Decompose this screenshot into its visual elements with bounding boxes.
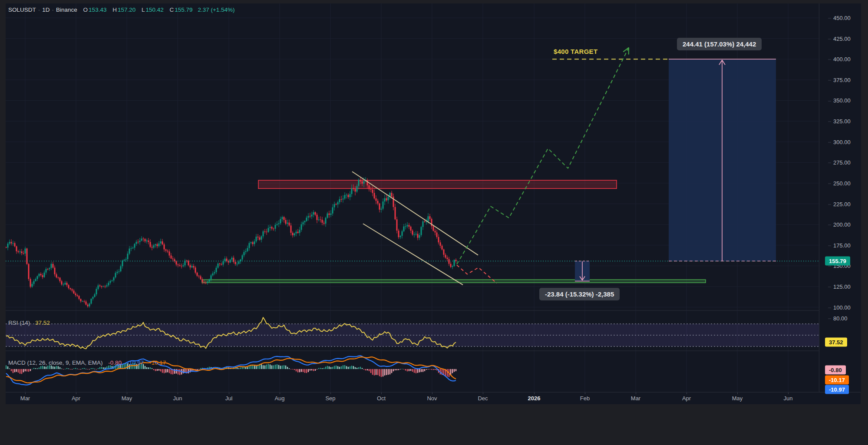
legend-separator: ·: [38, 7, 40, 13]
macd-signal-value: -10.17: [149, 359, 166, 366]
time-axis-label: Mar: [631, 395, 640, 402]
price-axis-label: 375.00: [828, 76, 851, 83]
chart-canvas[interactable]: [6, 3, 819, 392]
time-axis-label: Oct: [377, 395, 386, 402]
measure-up-label: 244.41 (157.03%) 24,442: [677, 38, 762, 50]
low-label: L: [142, 7, 145, 13]
rsi-value-chip: 37.52: [825, 338, 847, 347]
symbol-legend: SOLUSDT·1D·Binance O153.43 H157.20 L150.…: [8, 7, 235, 13]
time-axis-tick: [788, 392, 789, 394]
time-axis-tick: [585, 392, 585, 394]
time-axis-tick: [280, 392, 280, 394]
time-axis-label: Apr: [72, 395, 80, 402]
time-axis-tick: [534, 392, 535, 394]
time-axis-label: Aug: [274, 395, 284, 402]
time-axis-label: Dec: [478, 395, 488, 402]
macd-hist-value: -0.80: [108, 359, 122, 366]
high-label: H: [112, 7, 117, 13]
time-axis-label: 2026: [528, 395, 541, 402]
price-axis[interactable]: 450.00425.00400.00375.00350.00325.00300.…: [819, 3, 861, 392]
time-axis-label: Nov: [427, 395, 437, 402]
time-axis-label: Apr: [682, 395, 691, 402]
rsi-axis-label: 80.00: [828, 315, 848, 322]
price-axis-label: 225.00: [828, 201, 851, 207]
open-label: O: [83, 7, 88, 13]
time-axis-tick: [636, 392, 636, 394]
time-axis-tick: [229, 392, 229, 394]
measure-tools[interactable]: [575, 59, 776, 281]
macd-signal-chip: -10.17: [825, 376, 849, 385]
time-axis-label: Jun: [173, 395, 182, 402]
macd-hist-chip: -0.80: [825, 365, 846, 374]
macd-title[interactable]: MACD (12, 26, close, 9, EMA, EMA): [8, 359, 103, 366]
time-axis-label: Feb: [580, 395, 590, 402]
price-axis-label: 275.00: [828, 159, 851, 166]
drawing-zones[interactable]: [202, 180, 706, 283]
macd-line-value: -10.97: [127, 359, 144, 366]
time-axis-label: Jul: [225, 395, 233, 402]
price-axis-label: 325.00: [828, 118, 851, 125]
time-axis-tick: [330, 392, 331, 394]
open-value: 153.43: [89, 7, 106, 13]
price-axis-label: 350.00: [828, 97, 851, 104]
tradingview-chart-window: SOLUSDT·1D·Binance O153.43 H157.20 L150.…: [0, 0, 868, 445]
price-target-label[interactable]: $400 TARGET: [554, 48, 597, 55]
price-axis-label: 200.00: [828, 221, 851, 228]
close-value: 155.79: [175, 7, 192, 13]
time-axis[interactable]: MarAprMayJunJulAugSepOctNovDec2026FebMar…: [6, 392, 861, 404]
time-axis-tick: [76, 392, 76, 394]
time-axis-tick: [686, 392, 687, 394]
time-axis-tick: [432, 392, 432, 394]
rsi-legend: RSI (14) 37.52: [8, 320, 50, 326]
macd-line-chip: -10.97: [825, 385, 849, 394]
price-axis-label: 250.00: [828, 180, 851, 186]
low-value: 150.42: [146, 7, 164, 13]
time-axis-tick: [127, 392, 127, 394]
time-axis-label: May: [732, 395, 743, 402]
time-axis-label: May: [122, 395, 132, 402]
chart-area[interactable]: SOLUSDT·1D·Binance O153.43 H157.20 L150.…: [6, 3, 861, 404]
price-axis-label: 425.00: [828, 35, 851, 42]
time-axis-label: Jun: [784, 395, 793, 402]
price-axis-label: 300.00: [828, 138, 851, 145]
rsi-title[interactable]: RSI (14): [8, 320, 30, 326]
time-axis-label: Sep: [325, 395, 335, 402]
time-axis-tick: [737, 392, 738, 394]
time-axis-tick: [178, 392, 178, 394]
price-axis-label: 100.00: [828, 304, 851, 310]
measure-down-label: -23.84 (-15.32%) -2,385: [539, 288, 620, 300]
macd-legend: MACD (12, 26, close, 9, EMA, EMA) -0.80 …: [8, 359, 166, 366]
price-axis-label: 175.00: [828, 242, 851, 248]
high-value: 157.20: [118, 7, 135, 13]
change-value: 2.37 (+1.54%): [198, 7, 234, 13]
price-axis-label: 125.00: [828, 283, 851, 290]
symbol-name[interactable]: SOLUSDT: [8, 7, 36, 13]
interval-label[interactable]: 1D: [42, 7, 50, 13]
footer: TradingView: [0, 404, 868, 445]
price-axis-label: 400.00: [828, 56, 851, 63]
legend-separator: ·: [52, 7, 54, 13]
time-axis-tick: [483, 392, 483, 394]
close-label: C: [170, 7, 174, 13]
rsi-current-value: 37.52: [35, 320, 50, 326]
price-axis-label: 450.00: [828, 15, 851, 21]
exchange-label[interactable]: Binance: [56, 7, 77, 13]
time-axis-label: Mar: [20, 395, 30, 402]
time-axis-tick: [25, 392, 26, 394]
candlestick-series[interactable]: [6, 177, 457, 308]
last-price-label: 155.79: [825, 257, 850, 266]
time-axis-tick: [381, 392, 382, 394]
